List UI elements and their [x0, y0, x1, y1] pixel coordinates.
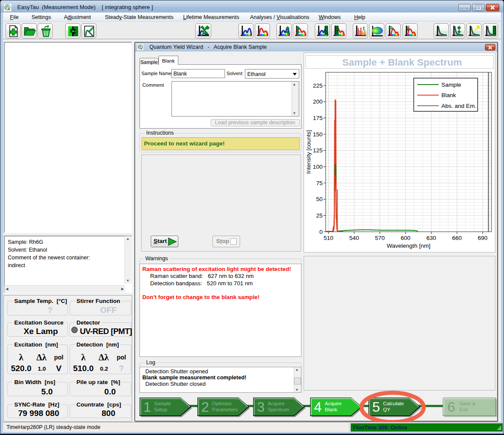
svg-text:Sample: Sample [154, 401, 171, 406]
svg-text:Save &: Save & [460, 401, 475, 406]
svg-text:Sample: Sample [441, 82, 461, 88]
svg-text:75: 75 [316, 180, 323, 186]
svg-text:5: 5 [372, 399, 380, 415]
svg-text:F: F [392, 28, 394, 31]
svg-text:660: 660 [452, 235, 462, 241]
svg-text:t: t [363, 25, 365, 32]
svg-text:150: 150 [313, 131, 323, 138]
svg-text:1: 1 [143, 399, 151, 415]
svg-text:570: 570 [375, 235, 385, 241]
svg-text:4: 4 [314, 399, 322, 415]
svg-text:Intensity [counts]: Intensity [counts] [305, 130, 312, 173]
svg-text:Optimize: Optimize [212, 401, 231, 406]
svg-text:2: 2 [201, 399, 209, 415]
svg-text:Sample + Blank Spectrum: Sample + Blank Spectrum [342, 57, 462, 68]
svg-text:Acquire: Acquire [325, 401, 342, 406]
svg-text:Blank: Blank [441, 92, 456, 98]
svg-text:Setup: Setup [154, 407, 167, 412]
svg-text:540: 540 [349, 235, 359, 241]
svg-text:0: 0 [319, 229, 323, 235]
svg-text:Calculate: Calculate [383, 401, 404, 406]
svg-text:Acquire: Acquire [268, 401, 285, 406]
svg-text:125: 125 [313, 147, 323, 154]
svg-text:Exit: Exit [460, 407, 468, 412]
svg-text:225: 225 [313, 82, 323, 89]
svg-text:3: 3 [257, 399, 265, 415]
svg-text:100: 100 [313, 164, 323, 170]
svg-text:Parameters: Parameters [212, 407, 238, 412]
svg-text:600: 600 [401, 235, 411, 241]
svg-text:QY: QY [383, 407, 390, 412]
svg-text:Abs. and Em.: Abs. and Em. [441, 103, 476, 109]
svg-text:50: 50 [316, 196, 323, 202]
svg-text:Wavelength [nm]: Wavelength [nm] [387, 243, 431, 249]
svg-text:Blank: Blank [325, 407, 337, 412]
svg-text:690: 690 [478, 235, 488, 241]
svg-text:630: 630 [426, 235, 436, 241]
svg-text:175: 175 [313, 115, 323, 121]
svg-text:25: 25 [316, 212, 323, 219]
svg-text:510: 510 [323, 235, 333, 241]
svg-text:6: 6 [447, 399, 455, 415]
svg-text:200: 200 [313, 98, 323, 105]
svg-text:Spectrum: Spectrum [268, 407, 289, 412]
